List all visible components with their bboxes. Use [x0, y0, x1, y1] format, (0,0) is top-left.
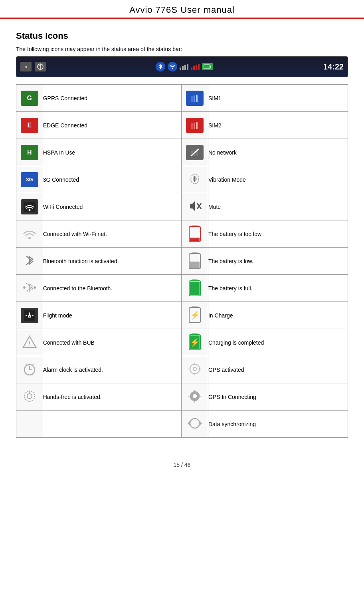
statusbar-signal1 — [180, 64, 188, 70]
triangle-icon: ! — [22, 335, 38, 349]
icon-cell-flight — [16, 302, 43, 329]
wifi-gray-icon — [22, 226, 38, 240]
svg-rect-10 — [191, 96, 193, 102]
statusbar-wifi — [168, 62, 177, 71]
label-sim2: SIM2 — [208, 112, 348, 139]
icon-cell-wifi-gray — [16, 220, 43, 248]
icon-cell-sim2 — [182, 112, 208, 139]
intro-text: The following icons may appear in the st… — [16, 46, 348, 52]
status-icons-table: G GPRS Connected SIM1 — [16, 84, 348, 438]
gps-connecting-icon — [187, 389, 203, 403]
label-bluetooth: Bluetooth function is activated. — [43, 248, 182, 275]
icon-cell-handsfree — [16, 383, 43, 411]
label-gprs: GPRS Connected — [43, 85, 182, 112]
icon-cell-vibration — [182, 166, 208, 193]
icon-cell-battery-low — [182, 220, 208, 248]
main-content: Status Icons The following icons may app… — [0, 19, 364, 446]
label-bub: Connected with BUB — [43, 329, 182, 356]
icon-cell-battery-full — [182, 275, 208, 302]
icon-cell-no-network — [182, 139, 208, 166]
sync-icon — [187, 416, 203, 430]
icon-cell-edge: E — [16, 112, 43, 139]
svg-rect-14 — [191, 123, 193, 129]
svg-rect-7 — [210, 66, 211, 68]
statusbar-battery — [202, 63, 213, 70]
label-mute: Mute — [208, 193, 348, 220]
svg-text:!: ! — [29, 340, 31, 347]
hspa-icon: H — [21, 145, 38, 160]
svg-point-5 — [172, 68, 173, 69]
svg-point-60 — [190, 364, 200, 374]
svg-marker-76 — [188, 421, 190, 426]
label-handsfree: Hands-free is activated. — [43, 383, 182, 411]
label-flight: Flight mode — [43, 302, 182, 329]
table-row: H HSPA In Use No network — [16, 139, 348, 166]
mute-icon — [187, 199, 203, 213]
icon-cell-hspa: H — [16, 139, 43, 166]
label-in-charge: In Charge — [208, 302, 348, 329]
handsfree-icon — [22, 389, 38, 403]
table-row: Hands-free is activated. GPS In Connecti… — [16, 383, 348, 411]
icon-cell-mute — [182, 193, 208, 220]
icon-cell-3g: 3G — [16, 166, 43, 193]
icon-cell-gprs: G — [16, 85, 43, 112]
svg-text:⚡: ⚡ — [190, 310, 200, 320]
svg-point-70 — [193, 394, 197, 398]
table-row: WiFi Connected Mute — [16, 193, 348, 220]
svg-marker-75 — [200, 421, 202, 426]
status-bar-right: 14:22 — [323, 62, 344, 71]
svg-rect-8 — [204, 65, 210, 68]
label-sim1: SIM1 — [208, 85, 348, 112]
icon-cell-battery-low2 — [182, 248, 208, 275]
statusbar-signal2 — [191, 64, 200, 70]
table-row: Connected to the Bluetooth. The battery … — [16, 275, 348, 302]
icon-cell-bub: ! — [16, 329, 43, 356]
table-row: Flight mode ⚡ In Charge — [16, 302, 348, 329]
statusbar-icon-1: G — [20, 62, 32, 71]
flight-icon — [21, 308, 38, 323]
icon-cell-bluetooth — [16, 248, 43, 275]
icon-cell-empty — [16, 411, 43, 438]
table-row: G GPRS Connected SIM1 — [16, 85, 348, 112]
label-empty — [43, 411, 182, 438]
table-row: Bluetooth function is activated. The bat… — [16, 248, 348, 275]
label-gps: GPS activated — [208, 356, 348, 383]
label-vibration: Vibration Mode — [208, 166, 348, 193]
3g-icon: 3G — [21, 172, 38, 187]
battery-low-icon — [188, 252, 201, 269]
icon-cell-bluetooth-connected — [16, 275, 43, 302]
label-wifi-connected: Connected with Wi-Fi net. — [43, 220, 182, 248]
svg-rect-12 — [196, 95, 198, 102]
table-row: Connected with Wi-Fi net. The battery is… — [16, 220, 348, 248]
bluetooth-icon — [23, 253, 36, 268]
section-title: Status Icons — [16, 31, 348, 41]
table-row: 3G 3G Connected Vibration Mode — [16, 166, 348, 193]
svg-rect-36 — [190, 262, 200, 268]
icon-cell-alarm — [16, 356, 43, 383]
icon-cell-gps — [182, 356, 208, 383]
table-row: E EDGE Connected SIM2 — [16, 112, 348, 139]
label-bluetooth-connected: Connected to the Bluetooth. — [43, 275, 182, 302]
no-network-icon — [186, 145, 204, 160]
icon-cell-sync — [182, 411, 208, 438]
label-charging-complete: Charging is completed — [208, 329, 348, 356]
battery-full-icon — [188, 279, 201, 296]
svg-point-67 — [27, 394, 32, 399]
page-title: Avvio 776S User manual — [0, 5, 364, 15]
status-bar-left: G — [20, 62, 46, 71]
wifi-icon — [21, 199, 38, 214]
svg-rect-33 — [190, 238, 200, 241]
page-header: Avvio 776S User manual — [0, 0, 364, 19]
svg-text:⚡: ⚡ — [190, 337, 200, 347]
sim1-icon — [186, 91, 204, 106]
charging-complete-icon: ⚡ — [188, 333, 201, 351]
icon-cell-charging-complete: ⚡ — [182, 329, 208, 356]
in-charge-icon: ⚡ — [188, 306, 201, 323]
statusbar-bluetooth — [156, 62, 165, 71]
svg-rect-41 — [190, 282, 200, 295]
vibration-icon — [188, 173, 202, 185]
sim2-icon — [186, 118, 204, 133]
table-row: Data synchronizing — [16, 411, 348, 438]
alarm-icon — [22, 362, 38, 376]
svg-point-37 — [23, 286, 26, 289]
